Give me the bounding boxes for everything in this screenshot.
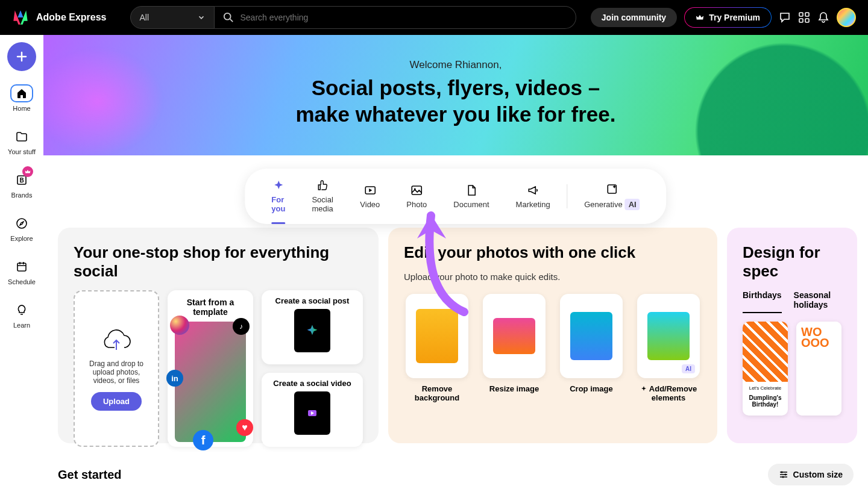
tab-birthdays[interactable]: Birthdays xyxy=(743,290,782,313)
chevron-down-icon xyxy=(197,13,206,22)
hero-headline: Social posts, flyers, videos – make what… xyxy=(295,75,615,128)
sparkle-small-icon xyxy=(640,386,647,393)
start-from-template[interactable]: Start from a template ♪ in f ♥ xyxy=(168,290,253,447)
search-filter-dropdown[interactable]: All xyxy=(130,6,215,29)
sidebar-item-your-stuff[interactable]: Your stuff xyxy=(5,125,38,158)
svg-point-16 xyxy=(782,476,784,478)
crown-icon xyxy=(696,13,704,22)
svg-point-14 xyxy=(781,472,782,473)
photo-card-title: Edit your photos with one click xyxy=(404,243,702,262)
thumbs-up-icon xyxy=(316,179,329,192)
ai-tag: AI xyxy=(682,364,695,373)
action-resize-image[interactable]: Resize image xyxy=(481,294,547,402)
svg-point-15 xyxy=(784,474,786,476)
social-card: Your one-stop shop for everything social… xyxy=(58,228,379,443)
sidebar-item-home[interactable]: Home xyxy=(8,82,36,114)
svg-rect-2 xyxy=(805,13,809,16)
svg-rect-4 xyxy=(805,19,809,22)
svg-text:B: B xyxy=(19,177,24,184)
social-card-title: Your one-stop shop for everything social xyxy=(74,243,363,281)
svg-rect-3 xyxy=(799,19,803,22)
hero-banner: Welcome Rhiannon, Social posts, flyers, … xyxy=(43,35,868,155)
category-marketing[interactable]: Marketing xyxy=(504,181,562,213)
user-avatar[interactable] xyxy=(837,8,856,27)
svg-rect-1 xyxy=(799,13,803,16)
sidebar-item-learn[interactable]: Learn xyxy=(8,299,36,331)
plus-icon xyxy=(16,51,28,63)
photo-edit-card: Edit your photos with one click Upload y… xyxy=(388,228,717,443)
category-video[interactable]: Video xyxy=(348,181,392,213)
sidebar-item-brands[interactable]: B Brands xyxy=(8,169,36,201)
get-started-title: Get started xyxy=(58,468,122,482)
lightbulb-icon xyxy=(16,304,28,316)
welcome-text: Welcome Rhiannon, xyxy=(410,59,502,71)
try-premium-button[interactable]: Try Premium xyxy=(684,7,772,28)
search-input[interactable] xyxy=(240,13,567,22)
video-preview xyxy=(294,391,330,435)
occasions-title: Design for spec xyxy=(743,243,841,281)
sparkle-icon xyxy=(272,179,285,192)
sidebar-item-explore[interactable]: Explore xyxy=(8,212,36,244)
megaphone-icon xyxy=(527,184,539,196)
occasions-card: Design for spec Birthdays Seasonal holid… xyxy=(727,228,857,443)
join-community-button[interactable]: Join community xyxy=(591,8,677,27)
template-preview: ♪ in f ♥ xyxy=(175,322,246,442)
tab-seasonal[interactable]: Seasonal holidays xyxy=(794,290,841,313)
calendar-icon xyxy=(16,261,28,273)
occasion-template-2[interactable]: WOOOO xyxy=(796,322,841,416)
photo-icon xyxy=(410,184,423,196)
dropdown-label: All xyxy=(139,13,149,22)
compass-icon xyxy=(16,217,28,229)
photo-card-subtitle: Upload your photo to make quick edits. xyxy=(404,272,702,282)
ai-badge: AI xyxy=(625,199,640,210)
cloud-upload-icon xyxy=(100,327,133,352)
svg-point-7 xyxy=(17,219,27,228)
folder-icon xyxy=(16,131,28,143)
svg-rect-8 xyxy=(17,263,26,271)
upload-button[interactable]: Upload xyxy=(91,392,142,411)
bell-icon[interactable] xyxy=(817,11,829,23)
document-icon xyxy=(465,184,477,196)
custom-size-button[interactable]: Custom size xyxy=(768,464,854,485)
search-icon xyxy=(223,12,234,23)
adobe-logo-icon xyxy=(12,9,29,26)
comment-icon[interactable] xyxy=(779,11,791,23)
action-remove-background[interactable]: Remove background xyxy=(404,294,470,402)
category-photo[interactable]: Photo xyxy=(394,181,439,213)
apps-icon[interactable] xyxy=(798,11,810,23)
category-document[interactable]: Document xyxy=(441,181,501,213)
category-social-media[interactable]: Social media xyxy=(300,176,345,217)
svg-point-0 xyxy=(224,13,231,20)
create-social-video[interactable]: Create a social video xyxy=(262,373,363,447)
action-add-remove-elements[interactable]: AI Add/Remove elements xyxy=(635,294,702,402)
category-generative[interactable]: Generative AI xyxy=(572,179,652,214)
upload-box[interactable]: Drag and drop to upload photos, videos, … xyxy=(74,290,159,447)
sliders-icon xyxy=(779,470,788,479)
category-bar: For you Social media Video Photo Documen… xyxy=(245,169,666,224)
action-crop-image[interactable]: Crop image xyxy=(558,294,624,402)
crown-badge-icon xyxy=(25,169,31,175)
create-fab[interactable] xyxy=(7,42,36,71)
category-for-you[interactable]: For you xyxy=(259,176,297,217)
post-preview xyxy=(294,309,330,352)
create-social-post[interactable]: Create a social post xyxy=(262,290,363,364)
sidebar-item-schedule[interactable]: Schedule xyxy=(5,255,38,288)
home-icon xyxy=(16,87,28,99)
search-box[interactable] xyxy=(215,6,576,29)
svg-rect-10 xyxy=(412,186,421,195)
upload-text: Drag and drop to upload photos, videos, … xyxy=(84,360,148,385)
ai-sparkle-icon xyxy=(606,183,618,195)
occasion-template-1[interactable]: Let's Celebrate Dumpling's Birthday! xyxy=(743,322,788,416)
app-name: Adobe Express xyxy=(36,12,106,23)
video-icon xyxy=(364,184,376,196)
